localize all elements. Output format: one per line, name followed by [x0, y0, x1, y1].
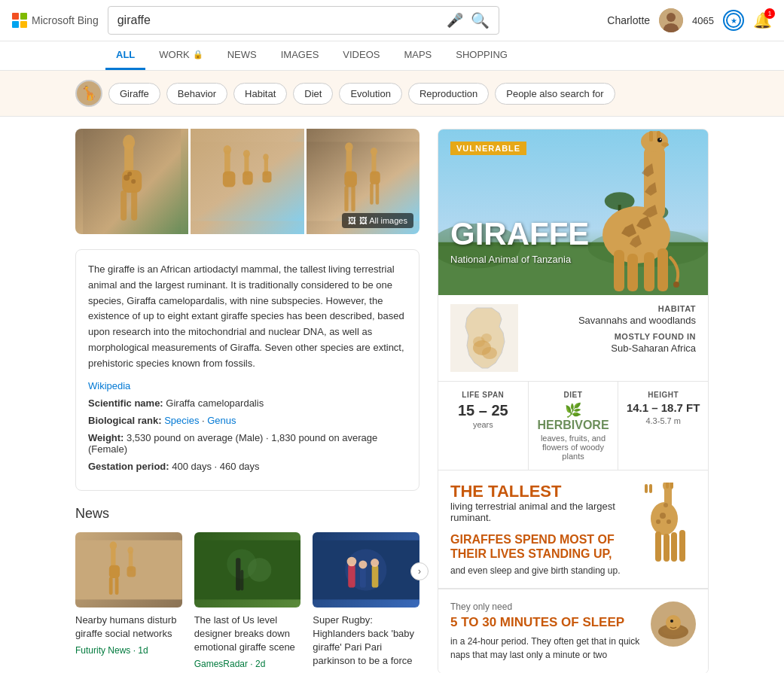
news-section: News — [75, 506, 419, 673]
notification-icon[interactable]: 🔔 1 — [753, 11, 772, 29]
plant-icon: 🌿 — [535, 402, 612, 419]
sleep-text: They only need 5 TO 30 MINUTES OF SLEEP … — [450, 601, 645, 662]
knowledge-card: VULNERABLE GIRAFFE National Animal of Ta… — [438, 129, 709, 673]
kc-stat-lifespan: LIFE SPAN 15 – 25 years — [438, 382, 529, 470]
pill-behavior[interactable]: Behavior — [166, 83, 227, 105]
svg-point-111 — [667, 519, 671, 524]
scientific-name-value: Giraffa camelopardalis — [166, 397, 264, 409]
species-link[interactable]: Species — [164, 415, 199, 426]
wikipedia-link[interactable]: Wikipedia — [88, 380, 130, 391]
tab-news[interactable]: NEWS — [217, 41, 267, 70]
tallest-giraffe-illustration — [643, 483, 696, 575]
genus-link[interactable]: Genus — [207, 415, 236, 426]
svg-point-46 — [248, 558, 271, 581]
habitat-value: Savannahs and woodlands — [524, 315, 696, 326]
fact-scientific-name: Scientific name: Giraffa camelopardalis — [88, 397, 407, 409]
kc-title-overlay: GIRAFFE — [450, 218, 589, 250]
svg-point-96 — [482, 347, 497, 359]
svg-point-12 — [131, 179, 136, 184]
svg-rect-77 — [649, 131, 653, 142]
svg-rect-47 — [236, 558, 240, 590]
image-gallery: 🖼 🖼 All images — [75, 129, 419, 234]
svg-rect-53 — [360, 567, 366, 588]
search-icons: 🎤 🔍 — [447, 11, 490, 29]
user-avatar[interactable] — [659, 8, 683, 32]
svg-point-56 — [371, 559, 379, 567]
tab-all[interactable]: ALL — [105, 41, 145, 70]
pill-reproduction[interactable]: Reproduction — [408, 83, 489, 105]
tab-shopping[interactable]: SHOPPING — [445, 41, 518, 70]
reward-icon[interactable]: ★ — [723, 10, 744, 31]
svg-rect-108 — [671, 532, 677, 562]
tab-videos[interactable]: VIDEOS — [332, 41, 390, 70]
news-next-button[interactable]: › — [410, 562, 429, 580]
nav-tabs: ALL WORK 🔒 NEWS IMAGES VIDEOS MAPS SHOPP… — [0, 41, 784, 71]
pill-diet[interactable]: Diet — [293, 83, 333, 105]
svg-point-76 — [641, 131, 668, 152]
search-bar[interactable]: 🎤 🔍 — [108, 6, 499, 35]
kc-stat-diet: DIET 🌿 HERBIVORE leaves, fruits, and flo… — [529, 382, 619, 470]
habitat-label: HABITAT — [524, 304, 696, 313]
all-images-icon: 🖼 — [348, 216, 356, 225]
diet-value: HERBIVORE — [535, 419, 612, 432]
news-title-1: Nearby humans disturb giraffe social net… — [75, 614, 182, 641]
news-card-1[interactable]: Nearby humans disturb giraffe social net… — [75, 532, 182, 673]
news-card-2[interactable]: The last of Us level designer breaks dow… — [194, 532, 301, 673]
sleep-mins: 5 TO 30 MINUTES OF SLEEP — [450, 615, 645, 630]
right-column: VULNERABLE GIRAFFE National Animal of Ta… — [438, 129, 709, 673]
all-images-button[interactable]: 🖼 🖼 All images — [342, 213, 413, 228]
mic-icon[interactable]: 🎤 — [447, 12, 463, 29]
pill-giraffe[interactable]: Giraffe — [108, 83, 160, 105]
svg-rect-104 — [670, 483, 673, 489]
gallery-image-1[interactable] — [75, 129, 188, 234]
height-value: 14.1 – 18.7 FT — [624, 402, 702, 415]
pill-evolution[interactable]: Evolution — [339, 83, 401, 105]
logo-squares — [12, 13, 27, 28]
svg-rect-106 — [655, 531, 661, 562]
svg-rect-22 — [263, 171, 272, 182]
tallest-desc: living terrestrial animal and the larges… — [450, 501, 634, 523]
kc-habitat-info: HABITAT Savannahs and woodlands MOSTLY F… — [524, 304, 696, 372]
svg-rect-9 — [131, 190, 137, 221]
search-icon[interactable]: 🔍 — [471, 11, 490, 29]
svg-point-112 — [656, 519, 660, 524]
gallery-image-3[interactable]: 🖼 🖼 All images — [307, 129, 419, 234]
tab-maps-label: MAPS — [404, 49, 432, 60]
tab-work-label: WORK — [159, 49, 189, 60]
tab-images[interactable]: IMAGES — [270, 41, 330, 70]
news-image-3 — [313, 532, 419, 608]
main-content: 🖼 🖼 All images The giraffe is an African… — [0, 117, 784, 673]
description-box: The giraffe is an African artiodactyl ma… — [75, 249, 419, 491]
svg-point-1 — [667, 13, 676, 22]
svg-point-110 — [660, 513, 666, 519]
africa-map — [450, 304, 518, 372]
weight-label: Weight: — [88, 432, 127, 443]
svg-point-98 — [481, 333, 492, 343]
weight-value: 3,530 pound on average (Male) · 1,830 po… — [88, 432, 377, 455]
svg-rect-51 — [349, 564, 355, 587]
search-input[interactable] — [117, 14, 447, 27]
tab-work[interactable]: WORK 🔒 — [148, 41, 213, 70]
news-card-3[interactable]: Super Rugby: Highlanders back 'baby gira… — [313, 532, 419, 673]
logo-sq-red — [12, 13, 19, 20]
kc-hero: VULNERABLE GIRAFFE National Animal of Ta… — [438, 129, 708, 295]
tab-maps[interactable]: MAPS — [393, 41, 442, 70]
svg-point-40 — [110, 541, 117, 550]
found-value: Sub-Saharan Africa — [524, 343, 696, 354]
tab-videos-label: VIDEOS — [343, 49, 380, 60]
pill-habitat[interactable]: Habitat — [233, 83, 287, 105]
giraffe-category-icon: 🦒 — [75, 80, 102, 107]
svg-rect-31 — [370, 171, 380, 184]
gallery-image-2[interactable] — [191, 129, 304, 234]
kc-stat-height: HEIGHT 14.1 – 18.7 FT 4.3-5.7 m — [618, 382, 708, 470]
vulnerable-badge: VULNERABLE — [450, 142, 526, 155]
svg-point-13 — [127, 172, 132, 176]
svg-rect-107 — [664, 534, 670, 562]
kc-subtitle: National Animal of Tanzania — [450, 254, 571, 265]
svg-rect-84 — [627, 254, 638, 291]
tab-all-label: ALL — [116, 49, 135, 60]
svg-rect-16 — [223, 171, 236, 187]
pill-people-also-search[interactable]: People also search for — [495, 83, 615, 105]
biological-rank-label: Biological rank: — [88, 415, 164, 426]
svg-rect-33 — [375, 183, 379, 205]
